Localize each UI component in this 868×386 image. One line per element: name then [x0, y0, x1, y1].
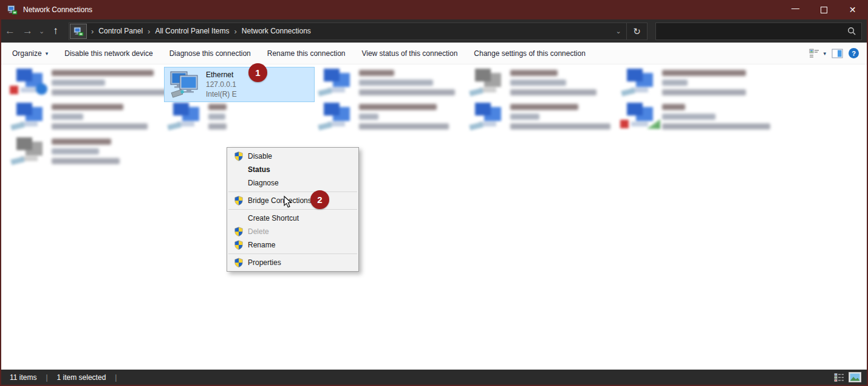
organize-label: Organize [12, 49, 42, 58]
preview-pane-icon[interactable] [832, 49, 843, 58]
network-connections-window: Network Connections — ✕ ← → ⌄ ↑ › Contro… [0, 0, 868, 386]
search-icon [847, 27, 856, 35]
redacted-connection-item[interactable] [474, 68, 623, 102]
menu-item-delete: Delete [227, 225, 358, 238]
connections-list: Ethernet 127.0.0.1 Intel(R) E Disable St… [1, 64, 867, 370]
redacted-text [52, 137, 120, 171]
network-adapter-icon [172, 102, 201, 130]
menu-item-bridge-connections[interactable]: Bridge Connections [227, 194, 358, 207]
status-bar: 11 items | 1 item selected | [1, 370, 867, 385]
menu-item-status[interactable]: Status [227, 163, 358, 176]
change-view-button[interactable]: ▾ [809, 49, 826, 58]
menu-item-properties[interactable]: Properties [227, 256, 358, 269]
redacted-text [208, 102, 227, 136]
breadcrumb-network-connections[interactable]: Network Connections [241, 27, 312, 35]
redacted-connection-item[interactable] [474, 102, 623, 136]
network-adapter-icon [626, 102, 655, 130]
uac-shield-icon [234, 258, 244, 267]
not-connected-overlay-icon [620, 120, 629, 128]
selection-count: 1 item selected [57, 373, 106, 382]
menu-item-label: Diagnose [248, 179, 279, 187]
breadcrumb-chevron-icon: › [87, 27, 97, 36]
connection-name: Ethernet [206, 70, 237, 80]
redacted-connection-item[interactable] [15, 68, 165, 102]
breadcrumb-chevron-icon: › [230, 27, 240, 36]
ethernet-connection-item[interactable]: Ethernet 127.0.0.1 Intel(R) E [164, 67, 315, 102]
breadcrumb-chevron-icon: › [144, 27, 154, 36]
redacted-text [662, 68, 746, 102]
uac-shield-icon [234, 240, 244, 250]
menu-item-label: Disable [248, 152, 272, 160]
view-status-command[interactable]: View status of this connection [361, 49, 457, 58]
redacted-connection-item[interactable] [15, 102, 165, 136]
connector-overlay-icon [318, 88, 332, 96]
connector-overlay-icon [10, 156, 25, 165]
redacted-connection-item[interactable] [323, 68, 472, 102]
network-adapter-icon [626, 68, 655, 96]
address-box[interactable]: › Control Panel › All Control Panel Item… [69, 22, 648, 40]
redacted-connection-item[interactable] [172, 102, 321, 136]
location-icon-box[interactable] [70, 24, 87, 39]
context-menu: Disable Status Diagnose Bridge Connectio… [227, 147, 359, 272]
search-input[interactable] [656, 27, 847, 35]
redacted-text [52, 102, 148, 136]
organize-button[interactable]: Organize ▾ [12, 49, 48, 58]
address-bar: ← → ⌄ ↑ › Control Panel › All Control Pa… [1, 19, 867, 43]
redacted-connection-item[interactable] [323, 102, 472, 136]
redacted-connection-item[interactable] [15, 137, 165, 171]
connection-device: Intel(R) E [206, 89, 237, 99]
search-box[interactable] [655, 22, 862, 40]
forward-button[interactable]: → [19, 25, 36, 37]
refresh-icon[interactable]: ↻ [626, 23, 647, 40]
diagnose-connection-command[interactable]: Diagnose this connection [169, 49, 251, 58]
chevron-down-icon: ▾ [823, 50, 826, 57]
network-location-icon [73, 27, 84, 36]
view-options-icon [809, 49, 819, 58]
change-settings-command[interactable]: Change settings of this connection [474, 49, 585, 58]
menu-item-label: Bridge Connections [248, 196, 312, 205]
network-adapter-icon [15, 68, 44, 96]
menu-separator [228, 209, 357, 210]
close-button[interactable]: ✕ [838, 0, 867, 19]
redacted-text [662, 102, 770, 136]
redacted-text [510, 102, 610, 136]
up-button[interactable]: ↑ [47, 25, 64, 37]
address-dropdown-icon[interactable]: ⌄ [610, 27, 626, 35]
redacted-text [359, 102, 449, 136]
rename-connection-command[interactable]: Rename this connection [267, 49, 346, 58]
redacted-connection-item[interactable] [626, 102, 775, 136]
menu-item-disable[interactable]: Disable [227, 150, 358, 163]
connection-status: 127.0.0.1 [206, 80, 237, 89]
breadcrumb-all-control-panel-items[interactable]: All Control Panel Items [154, 27, 230, 35]
command-toolbar: Organize ▾ Disable this network device D… [1, 43, 867, 64]
maximize-button[interactable] [810, 0, 838, 19]
annotation-step-1-badge: 1 [248, 63, 267, 82]
details-view-icon[interactable] [834, 373, 844, 382]
redacted-connection-item[interactable] [626, 68, 775, 102]
recent-locations-dropdown[interactable]: ⌄ [36, 27, 47, 35]
wifi-signal-overlay-icon [647, 119, 660, 129]
connector-overlay-icon [10, 122, 25, 130]
breadcrumb-control-panel[interactable]: Control Panel [97, 27, 144, 35]
redacted-text [510, 68, 596, 102]
network-adapter-icon [323, 68, 352, 96]
large-icons-view-icon[interactable] [849, 372, 861, 382]
status-separator: | [115, 373, 117, 382]
network-adapter-icon [15, 102, 44, 130]
network-adapter-icon [474, 68, 503, 96]
minimize-button[interactable]: — [781, 0, 810, 19]
network-connections-app-icon [7, 5, 18, 15]
menu-item-label: Rename [248, 241, 275, 249]
menu-item-rename[interactable]: Rename [227, 238, 358, 252]
menu-separator [228, 191, 357, 192]
ethernet-adapter-icon [169, 71, 200, 98]
menu-item-create-shortcut[interactable]: Create Shortcut [227, 212, 358, 225]
disable-device-command[interactable]: Disable this network device [64, 49, 152, 58]
help-button[interactable]: ? [849, 48, 859, 58]
menu-item-diagnose[interactable]: Diagnose [227, 176, 358, 190]
redacted-text [52, 68, 168, 102]
window-controls: — ✕ [781, 0, 867, 19]
back-button[interactable]: ← [1, 25, 19, 37]
network-adapter-icon [15, 137, 44, 165]
uac-shield-icon [234, 196, 244, 205]
